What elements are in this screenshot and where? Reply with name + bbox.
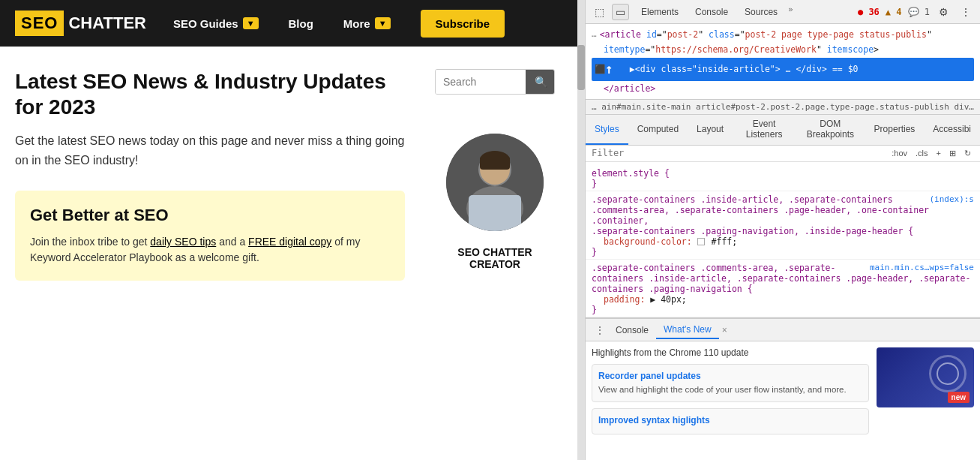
- scroll-thumb[interactable]: [577, 45, 585, 90]
- bottom-tabs: ⋮ Console What's New ×: [586, 319, 980, 341]
- right-content: 🔍 SEO CHATTER CREATOR: [427, 69, 562, 445]
- tab-computed[interactable]: Computed: [628, 115, 688, 145]
- guides-arrow-icon: ▼: [243, 17, 259, 29]
- html-line-4: </article>: [592, 81, 974, 96]
- add-style-icon[interactable]: +: [934, 148, 944, 159]
- filter-bar: :hov .cls + ⊞ ↻: [586, 146, 980, 162]
- whats-new-video: new: [877, 347, 974, 454]
- tab-sources[interactable]: Sources: [737, 5, 785, 20]
- logo[interactable]: SEO CHATTER: [15, 11, 151, 36]
- color-swatch: [697, 238, 705, 245]
- css-block-3: main.min.cs…wps=false .separate-containe…: [586, 260, 980, 317]
- tab-styles[interactable]: Styles: [586, 115, 628, 145]
- more-arrow-icon: ▼: [375, 17, 391, 29]
- styles-area: element.style { } (index):s .separate-co…: [586, 162, 980, 317]
- logo-chatter: CHATTER: [64, 11, 150, 36]
- inspect-icon[interactable]: ⬚: [592, 5, 607, 20]
- video-thumbnail[interactable]: new: [877, 347, 974, 407]
- device-toggle-icon[interactable]: ▭: [612, 4, 629, 20]
- logo-seo: SEO: [15, 11, 64, 36]
- html-line-selected[interactable]: ⬛ ↑ ▶ <div class="inside-article" > … </…: [592, 58, 974, 81]
- cta-text: Join the inbox tribe to get daily SEO ti…: [30, 234, 390, 266]
- main-content: Latest SEO News & Industry Updates for 2…: [0, 47, 577, 460]
- left-content: Latest SEO News & Industry Updates for 2…: [15, 69, 405, 445]
- tab-console-bottom[interactable]: Console: [608, 322, 656, 338]
- tab-dom-breakpoints[interactable]: DOM Breakpoints: [796, 115, 865, 145]
- creator-label: SEO CHATTER CREATOR: [457, 246, 532, 270]
- search-button[interactable]: 🔍: [526, 70, 555, 94]
- update-item-2: Improved syntax higlights: [592, 408, 869, 434]
- avatar: [446, 134, 544, 231]
- devtools-panel: ⬚ ▭ Elements Console Sources » ● 36 ▲ 4 …: [585, 0, 980, 460]
- whats-new-content: Highlights from the Chrome 110 update Re…: [592, 347, 869, 454]
- daily-seo-tips-link[interactable]: daily SEO tips: [150, 236, 216, 248]
- free-digital-copy-link[interactable]: FREE digital copy: [248, 236, 331, 248]
- svg-rect-3: [469, 195, 521, 231]
- svg-rect-6: [480, 156, 510, 170]
- new-style-rule-icon[interactable]: ⊞: [946, 148, 959, 159]
- css-block-element-style: element.style { }: [586, 165, 980, 191]
- search-box: 🔍: [435, 69, 555, 95]
- devtools-right-icons: ● 36 ▲ 4 💬 1 ⚙ ⋮: [858, 5, 974, 20]
- refresh-style-icon[interactable]: ↻: [961, 148, 974, 159]
- scrollbar[interactable]: [577, 0, 585, 460]
- devtools-tabs: Elements Console Sources »: [634, 5, 793, 20]
- video-circle-2: [937, 362, 959, 385]
- settings-icon[interactable]: ⚙: [936, 5, 952, 20]
- bottom-content: Highlights from the Chrome 110 update Re…: [586, 341, 980, 460]
- tab-properties[interactable]: Properties: [865, 115, 925, 145]
- bottom-panel: ⋮ Console What's New × Highlights from t…: [586, 317, 980, 460]
- seo-guides-button[interactable]: SEO Guides ▼: [166, 13, 266, 35]
- html-panel: … <article id="post-2" class="post-2 pag…: [586, 24, 980, 100]
- cls-button[interactable]: .cls: [913, 148, 931, 159]
- close-whats-new-button[interactable]: ×: [719, 325, 730, 335]
- tab-accessibility[interactable]: Accessibi: [924, 115, 980, 145]
- cta-box: Get Better at SEO Join the inbox tribe t…: [15, 191, 405, 281]
- hov-button[interactable]: :hov: [889, 148, 910, 159]
- more-options-icon[interactable]: ⋮: [958, 5, 974, 20]
- video-badge: new: [948, 392, 970, 403]
- blog-button[interactable]: Blog: [281, 13, 321, 35]
- website-panel: SEO CHATTER SEO Guides ▼ Blog More ▼ Sub…: [0, 0, 577, 460]
- filter-buttons: :hov .cls + ⊞ ↻: [889, 148, 974, 159]
- html-line-1: … <article id="post-2" class="post-2 pag…: [592, 27, 974, 42]
- subscribe-button[interactable]: Subscribe: [421, 10, 505, 38]
- filter-input[interactable]: [592, 148, 884, 158]
- search-input[interactable]: [436, 70, 526, 94]
- tab-console[interactable]: Console: [688, 5, 736, 20]
- error-count-badge: ● 36: [858, 7, 880, 17]
- breadcrumb: … ain#main.site-main article#post-2.post…: [586, 100, 980, 115]
- dots-icon: ⋮: [592, 324, 608, 336]
- devtools-topbar: ⬚ ▭ Elements Console Sources » ● 36 ▲ 4 …: [586, 0, 980, 24]
- update-item-1: Recorder panel updates View and highligh…: [592, 364, 869, 402]
- page-subtitle: Get the latest SEO news today on this pa…: [15, 131, 405, 170]
- source-link-2[interactable]: main.min.cs…wps=false: [870, 263, 974, 272]
- tab-layout[interactable]: Layout: [688, 115, 733, 145]
- css-block-2: (index):s .separate-containers .inside-a…: [586, 191, 980, 260]
- tab-whats-new[interactable]: What's New: [656, 321, 719, 339]
- more-tabs-icon[interactable]: »: [788, 5, 793, 20]
- tab-elements[interactable]: Elements: [634, 5, 686, 20]
- avatar-image: [446, 134, 544, 231]
- nav-bar: SEO CHATTER SEO Guides ▼ Blog More ▼ Sub…: [0, 0, 577, 47]
- style-tabs: Styles Computed Layout Event Listeners D…: [586, 115, 980, 146]
- update-link-2[interactable]: Improved syntax higlights: [598, 415, 862, 425]
- update-link-1[interactable]: Recorder panel updates: [598, 371, 862, 381]
- message-count-badge: 💬 1: [908, 7, 930, 17]
- more-button[interactable]: More ▼: [336, 13, 398, 35]
- page-title: Latest SEO News & Industry Updates for 2…: [15, 69, 405, 119]
- warning-count-badge: ▲ 4: [886, 7, 902, 17]
- whats-new-title: Highlights from the Chrome 110 update: [592, 347, 869, 358]
- tab-event-listeners[interactable]: Event Listeners: [733, 115, 796, 145]
- source-link-1[interactable]: (index):s: [929, 194, 974, 204]
- update-desc-1: View and highlight the code of your user…: [598, 385, 847, 394]
- arrow-indicator: ↑: [605, 59, 613, 80]
- html-line-2: itemtype="https://schema.org/CreativeWor…: [592, 42, 974, 57]
- cta-title: Get Better at SEO: [30, 206, 390, 225]
